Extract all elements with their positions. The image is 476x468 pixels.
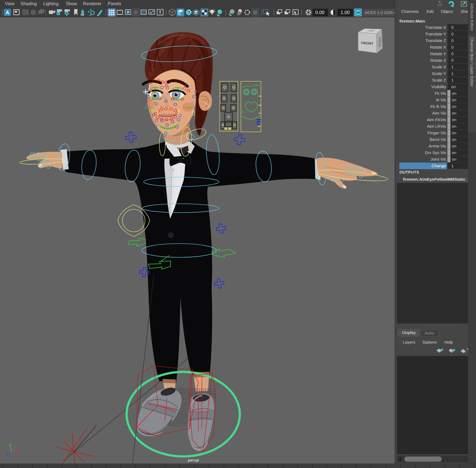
svg-text:ACES 1.0 SDR-v: ACES 1.0 SDR-v [365, 10, 395, 15]
svg-text:0.00: 0.00 [315, 10, 324, 15]
svg-text:persp: persp [188, 458, 199, 463]
svg-text:FRONT: FRONT [361, 41, 374, 46]
svg-text:z: z [6, 452, 8, 456]
svg-text:ON: ON [356, 11, 360, 14]
svg-text:1.00: 1.00 [341, 10, 350, 15]
svg-text:A: A [6, 10, 9, 15]
svg-text:T: T [159, 10, 162, 15]
svg-text:x: x [16, 450, 18, 454]
svg-text:y: y [9, 442, 11, 447]
